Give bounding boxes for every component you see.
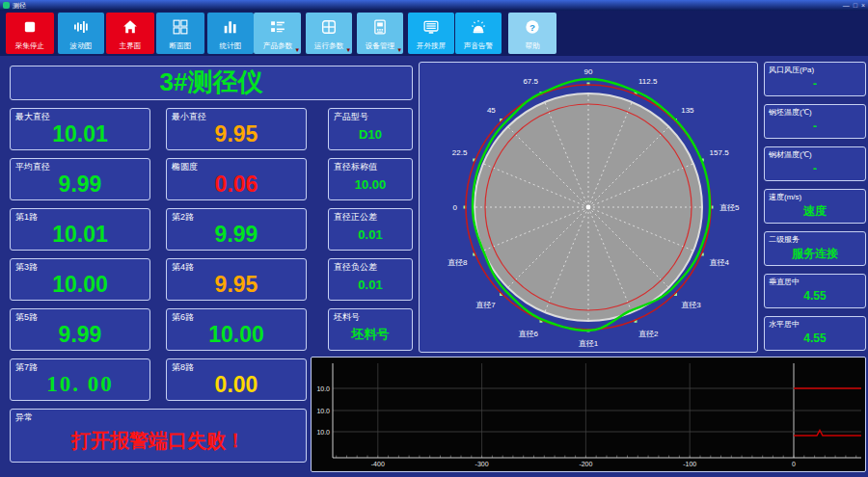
- trend-chart: 10.010.010.0-400-300-200-1000: [312, 358, 865, 471]
- toolbar-button-label: 产品参数: [262, 41, 291, 51]
- spoke-label: 直径6: [519, 330, 539, 338]
- section-icon: [156, 13, 204, 41]
- gauge-title: 3#测径仪: [10, 66, 413, 100]
- metric-value: 10.00: [329, 169, 412, 199]
- alarm-cell: 异常打开报警端口失败！: [10, 409, 307, 463]
- alarm-message: 打开报警端口失败！: [11, 419, 306, 462]
- spoke-label: 直径3: [681, 301, 701, 309]
- spoke-label: 67.5: [523, 77, 538, 86]
- metric-value: 10.01: [11, 119, 149, 149]
- metric-value: 9.95: [167, 269, 306, 300]
- toolbar-button-alarm[interactable]: 声音告警: [455, 13, 502, 54]
- metric-cell-r4c3: 直径负公差0.01: [328, 258, 413, 301]
- device-icon: [372, 19, 388, 35]
- toolbar-button-label: 主界面: [120, 41, 142, 51]
- y-axis-label: 10.0: [316, 408, 330, 414]
- toolbar-button-label: 波动图: [70, 41, 93, 51]
- metric-cell-r2c3: 直径标称值10.00: [328, 158, 413, 200]
- x-axis-label: -200: [579, 461, 592, 467]
- stop-icon: [6, 13, 54, 41]
- status-value: -: [765, 157, 865, 180]
- toolbar-button-label: 运行参数: [314, 41, 343, 51]
- toolbar-button-section[interactable]: 断面图: [156, 13, 204, 54]
- waveform-icon: [73, 19, 89, 35]
- bar-chart-icon: [223, 19, 238, 35]
- cross-section-chart: 直径5157.5135112.59067.54522.50直径8直径7直径6直径…: [420, 63, 757, 352]
- spoke-label: 直径5: [719, 203, 740, 212]
- metric-cell-r1c1: 最大直径10.01: [10, 108, 150, 150]
- app-icon: [3, 2, 10, 9]
- stats-icon: [207, 13, 254, 41]
- toolbar-button-label: 设备管理: [366, 41, 394, 51]
- status-column: 风口风压(Pa)-钢坯温度(℃)-钢材温度(℃)-速度(m/s)速度二级服务服务…: [764, 62, 866, 353]
- status-value: 4.55: [765, 327, 865, 350]
- window-titlebar: 测径 — □ ×: [0, 0, 868, 11]
- metric-value: D10: [329, 119, 412, 149]
- run-params-icon: [321, 19, 337, 35]
- spoke-label: 直径2: [638, 330, 659, 338]
- window-controls: — □ ×: [843, 2, 865, 10]
- spoke-label: 0: [453, 203, 458, 212]
- metric-cell-r6c2: 第8路0.00: [166, 358, 307, 401]
- status-box-6: 垂直居中4.55: [764, 274, 866, 308]
- metric-value: 9.95: [167, 119, 306, 149]
- metric-cell-r5c1: 第5路9.99: [10, 308, 150, 351]
- spoke-label: 157.5: [710, 148, 730, 157]
- toolbar-button-wave[interactable]: 波动图: [58, 13, 104, 54]
- toolbar-button-list[interactable]: 产品参数▾: [254, 13, 301, 54]
- x-axis-label: 0: [792, 461, 796, 467]
- spoke-label: 直径7: [475, 301, 496, 309]
- metric-cell-r2c2: 椭圆度0.06: [166, 158, 307, 200]
- toolbar-button-monitor[interactable]: 开外接屏: [408, 13, 454, 54]
- toolbar: 采集停止波动图主界面断面图统计图产品参数▾运行参数▾设备管理▾开外接屏声音告警?…: [0, 11, 868, 56]
- metric-cell-r1c2: 最小直径9.95: [166, 108, 307, 150]
- toolbar-button-home[interactable]: 主界面: [106, 13, 154, 54]
- metric-value: 0.00: [167, 369, 306, 400]
- toolbar-button-device[interactable]: 设备管理▾: [357, 13, 403, 54]
- toolbar-button-label: 帮助: [525, 41, 539, 51]
- maximize-button[interactable]: □: [854, 2, 857, 10]
- dropdown-caret-icon: ▾: [346, 46, 350, 53]
- toolbar-button-help[interactable]: ?帮助: [508, 13, 556, 54]
- status-value: 4.55: [765, 284, 865, 307]
- x-axis-label: -300: [475, 461, 489, 467]
- spoke-label: 直径1: [579, 339, 599, 348]
- metric-cell-r1c3: 产品型号D10: [328, 108, 413, 150]
- cross-section-panel: 直径5157.5135112.59067.54522.50直径8直径7直径6直径…: [419, 62, 758, 353]
- trend-panel: 10.010.010.0-400-300-200-1000: [311, 357, 866, 472]
- dropdown-caret-icon: ▾: [295, 46, 299, 53]
- toolbar-button-stats[interactable]: 统计图: [207, 13, 254, 54]
- status-box-2: 钢坯温度(℃)-: [764, 104, 866, 139]
- metric-value: 9.99: [11, 319, 149, 350]
- metric-value: 10. 00: [11, 369, 149, 400]
- toolbar-button-grid[interactable]: 运行参数▾: [306, 13, 352, 54]
- svg-text:?: ?: [529, 22, 535, 33]
- close-button[interactable]: ×: [861, 2, 865, 10]
- polar-center-hub: [586, 205, 591, 210]
- list-icon: [254, 13, 301, 41]
- metric-cell-r3c1: 第1路10.01: [10, 208, 150, 251]
- y-axis-label: 10.0: [316, 429, 330, 436]
- home-icon: [106, 13, 154, 41]
- spoke-label: 22.5: [452, 148, 468, 157]
- metric-value: 0.06: [167, 169, 306, 199]
- spoke-label: 直径4: [710, 258, 730, 267]
- toolbar-button-stop[interactable]: 采集停止: [6, 13, 54, 54]
- metric-value: 10.00: [167, 319, 306, 350]
- status-value: 速度: [765, 199, 865, 223]
- x-axis-label: -100: [683, 461, 696, 467]
- minimize-button[interactable]: —: [843, 2, 850, 10]
- metric-value: 9.99: [11, 169, 149, 199]
- status-value: -: [765, 115, 865, 138]
- toolbar-button-label: 声音告警: [464, 41, 493, 51]
- metric-cell-r5c2: 第6路10.00: [166, 308, 307, 351]
- help-icon: ?: [525, 19, 540, 35]
- metric-cell-r2c1: 平均直径9.99: [10, 158, 150, 200]
- spoke-label: 112.5: [638, 77, 658, 86]
- toolbar-button-label: 采集停止: [15, 41, 44, 51]
- monitor-icon: [408, 13, 454, 41]
- status-box-5: 二级服务服务连接: [764, 231, 866, 266]
- status-value: -: [765, 72, 865, 95]
- status-value: 服务连接: [765, 242, 865, 265]
- metric-value: 10.01: [11, 219, 149, 250]
